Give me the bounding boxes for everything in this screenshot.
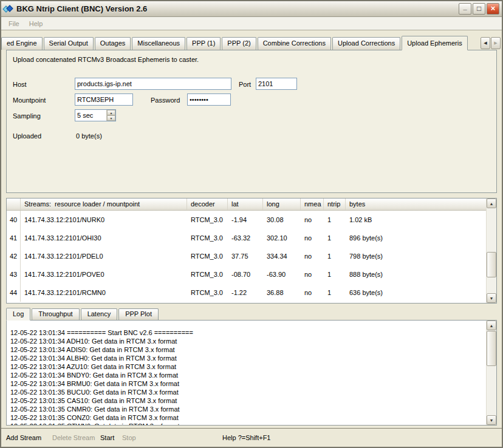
lat-cell[interactable]: -08.70 <box>228 271 263 278</box>
menu-help[interactable]: Help <box>24 18 48 29</box>
row-number-cell[interactable]: 40 <box>7 211 21 229</box>
lat-cell[interactable]: -1.94 <box>228 216 263 223</box>
row-number-cell[interactable]: 42 <box>7 247 21 265</box>
table-scroll-up-button[interactable]: ▲ <box>487 199 496 208</box>
mountpoint-cell[interactable]: 141.74.33.12:2101/POVE0 <box>21 271 187 278</box>
lat-cell[interactable]: 37.75 <box>228 253 263 260</box>
log-panel[interactable]: 12-05-22 13:01:34 ========== Start BNC v… <box>6 320 497 426</box>
tab-throughput[interactable]: Throughput <box>32 308 79 320</box>
maximize-button[interactable]: □ <box>473 3 485 15</box>
sampling-value[interactable] <box>75 110 106 121</box>
sampling-down-button[interactable]: ▼ <box>107 115 115 121</box>
lat-cell[interactable]: -1.22 <box>228 289 263 296</box>
mountpoint-cell[interactable]: 141.74.33.12:2101/NURK0 <box>21 216 187 223</box>
menu-file[interactable]: File <box>4 18 24 29</box>
tab-scroll-right-button[interactable]: ▶ <box>491 37 501 49</box>
table-scroll-thumb[interactable] <box>487 252 496 277</box>
table-row[interactable]: 43 141.74.33.12:2101/POVE0 RTCM_3.0 -08.… <box>7 265 486 283</box>
tab-serial-output[interactable]: Serial Output <box>44 37 94 50</box>
mountpoint-input[interactable] <box>75 93 133 106</box>
delete-stream-button[interactable]: Delete Stream <box>52 434 95 441</box>
ntrip-cell[interactable]: 1 <box>324 234 346 242</box>
mountpoint-cell[interactable]: 141.74.33.12:2101/OHI30 <box>21 234 187 242</box>
log-line: 12-05-22 13:01:35 CONZ0: Get data in RTC… <box>10 413 484 422</box>
log-line: 12-05-22 13:01:34 ========== Start BNC v… <box>10 328 484 337</box>
decoder-column-header[interactable]: decoder <box>187 199 228 210</box>
mountpoint-cell[interactable]: 141.74.33.12:2101/PDEL0 <box>21 253 187 260</box>
minimize-button[interactable]: _ <box>459 3 471 15</box>
ntrip-column-header[interactable]: ntrip <box>324 199 346 210</box>
mountpoint-cell[interactable]: 141.74.33.12:2101/RCMN0 <box>21 289 187 296</box>
bytes-cell[interactable]: 896 byte(s) <box>346 234 486 242</box>
host-input[interactable] <box>75 78 231 90</box>
start-button[interactable]: Start <box>100 434 114 441</box>
close-button[interactable]: × <box>487 3 499 15</box>
host-label: Host <box>13 81 27 88</box>
bytes-cell[interactable]: 798 byte(s) <box>346 253 486 260</box>
long-cell[interactable]: 302.10 <box>263 234 301 242</box>
lat-column-header[interactable]: lat <box>228 199 263 210</box>
row-number-cell[interactable]: 41 <box>7 229 21 247</box>
bytes-cell[interactable]: 888 byte(s) <box>346 271 486 278</box>
table-row[interactable]: 41 141.74.33.12:2101/OHI30 RTCM_3.0 -63.… <box>7 229 486 247</box>
tab-ppp-plot[interactable]: PPP Plot <box>118 308 159 320</box>
decoder-cell[interactable]: RTCM_3.0 <box>187 216 228 223</box>
nmea-cell[interactable]: no <box>301 234 324 242</box>
port-input[interactable] <box>256 78 297 90</box>
corner-header-cell <box>7 199 21 210</box>
long-column-header[interactable]: long <box>263 199 301 210</box>
tab-feed-engine[interactable]: ed Engine <box>1 37 43 50</box>
long-cell[interactable]: 334.34 <box>263 253 301 260</box>
stop-button[interactable]: Stop <box>122 434 136 441</box>
long-cell[interactable]: -63.90 <box>263 271 301 278</box>
nmea-cell[interactable]: no <box>301 289 324 296</box>
table-scroll-down-button[interactable]: ▼ <box>487 293 496 303</box>
nmea-cell[interactable]: no <box>301 253 324 260</box>
tab-miscellaneous[interactable]: Miscellaneous <box>132 37 185 50</box>
decoder-cell[interactable]: RTCM_3.0 <box>187 234 228 242</box>
tab-ppp-2[interactable]: PPP (2) <box>222 37 256 50</box>
tab-log[interactable]: Log <box>6 308 30 321</box>
tab-latency[interactable]: Latency <box>81 308 118 320</box>
ntrip-cell[interactable]: 1 <box>324 253 346 260</box>
row-number-cell[interactable]: 44 <box>7 283 21 302</box>
decoder-cell[interactable]: RTCM_3.0 <box>187 253 228 260</box>
nmea-cell[interactable]: no <box>301 271 324 278</box>
sampling-up-button[interactable]: ▲ <box>107 110 115 115</box>
row-number-cell[interactable]: 43 <box>7 265 21 283</box>
table-scrollbar[interactable]: ▲ ▼ <box>486 199 496 303</box>
ntrip-cell[interactable]: 1 <box>324 216 346 223</box>
log-scroll-thumb[interactable] <box>487 331 496 366</box>
tab-upload-ephemeris[interactable]: Upload Ephemeris <box>402 36 468 50</box>
long-cell[interactable]: 30.08 <box>263 216 301 223</box>
bytes-column-header[interactable]: bytes <box>346 199 486 210</box>
tab-upload-corrections[interactable]: Upload Corrections <box>332 37 400 50</box>
sampling-spinner[interactable]: ▲ ▼ <box>75 109 116 121</box>
ntrip-cell[interactable]: 1 <box>324 271 346 278</box>
bytes-cell[interactable]: 1.02 kB <box>346 216 486 223</box>
tab-combine-corrections[interactable]: Combine Corrections <box>258 37 331 50</box>
log-scrollbar[interactable]: ▲ ▼ <box>486 321 496 425</box>
tab-scroll-left-button[interactable]: ◀ <box>481 37 490 49</box>
close-icon: × <box>491 4 496 12</box>
nmea-cell[interactable]: no <box>301 216 324 223</box>
table-row[interactable]: 40 141.74.33.12:2101/NURK0 RTCM_3.0 -1.9… <box>7 211 486 229</box>
password-input[interactable] <box>187 93 231 106</box>
titlebar[interactable]: BKG Ntrip Client (BNC) Version 2.6 _ □ × <box>1 1 502 17</box>
ntrip-cell[interactable]: 1 <box>324 289 346 296</box>
tab-ppp-1[interactable]: PPP (1) <box>186 37 221 50</box>
table-row[interactable]: 44 141.74.33.12:2101/RCMN0 RTCM_3.0 -1.2… <box>7 283 486 302</box>
lat-cell[interactable]: -63.32 <box>228 234 263 242</box>
log-scroll-up-button[interactable]: ▲ <box>487 321 496 330</box>
nmea-column-header[interactable]: nmea <box>301 199 324 210</box>
long-cell[interactable]: 36.88 <box>263 289 301 296</box>
bottom-tab-bar: Log Throughput Latency PPP Plot <box>6 307 497 320</box>
streams-column-header[interactable]: Streams: resource loader / mountpoint <box>21 199 187 210</box>
decoder-cell[interactable]: RTCM_3.0 <box>187 289 228 296</box>
table-row[interactable]: 42 141.74.33.12:2101/PDEL0 RTCM_3.0 37.7… <box>7 247 486 265</box>
tab-outages[interactable]: Outages <box>95 37 131 50</box>
decoder-cell[interactable]: RTCM_3.0 <box>187 271 228 278</box>
bytes-cell[interactable]: 636 byte(s) <box>346 289 486 296</box>
add-stream-button[interactable]: Add Stream <box>6 434 41 441</box>
log-scroll-down-button[interactable]: ▼ <box>487 415 496 425</box>
